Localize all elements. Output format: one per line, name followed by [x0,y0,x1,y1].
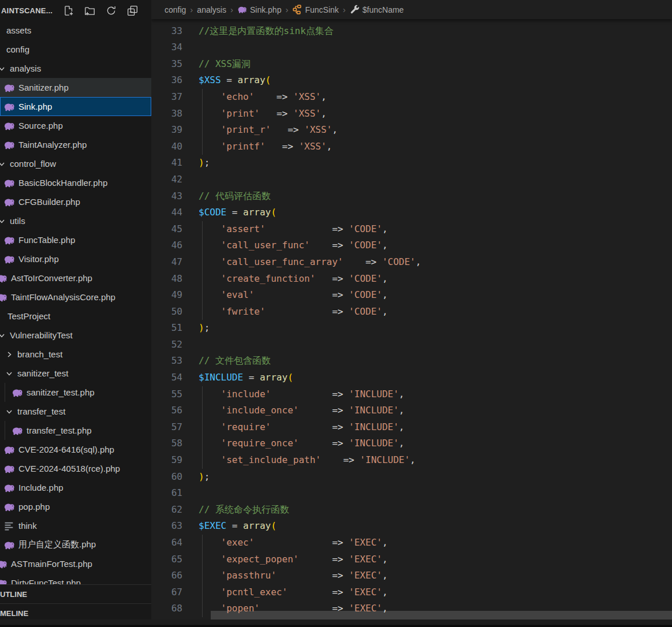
tree-item-folder[interactable]: transfer_test [0,402,151,421]
php-elephant-icon [237,5,247,14]
tree-item-folder[interactable]: config [0,40,151,59]
code-line[interactable]: 61 [151,485,672,502]
code-line[interactable]: 55 'include' => 'INCLUDE', [151,386,672,403]
new-folder-icon[interactable] [83,3,96,17]
outline-section-header[interactable]: UTLINE [0,584,151,603]
tree-item-file[interactable]: FuncTable.php [0,230,151,249]
code-line[interactable]: 52 [151,337,672,353]
tree-item-file[interactable]: 用户自定义函数.php [0,535,151,554]
code-line[interactable]: 57 'require' => 'INCLUDE', [151,419,672,436]
code-line[interactable]: 58 'require_once' => 'INCLUDE', [151,435,672,452]
tree-item-label: TestProject [8,311,50,321]
code-line[interactable]: 53// 文件包含函数 [151,353,672,370]
code-line[interactable]: 47 'call_user_func_array' => 'CODE', [151,254,672,271]
tree-item-folder[interactable]: utils [0,211,151,230]
tree-item-file[interactable]: transfer_test.php [0,421,151,440]
code-text: ); [182,320,210,337]
tree-item-file[interactable]: think [0,516,151,535]
code-line[interactable]: 34 [151,39,672,56]
tree-item-folder[interactable]: VulnerabilityTest [0,326,151,345]
breadcrumb-item[interactable]: config [165,5,186,14]
code-line[interactable]: 38 'print' => 'XSS', [151,106,672,122]
tree-item-file[interactable]: DirtyFuncTest.php [0,573,151,584]
line-number: 36 [151,72,182,89]
code-line[interactable]: 42 [151,171,672,188]
code-line[interactable]: 60); [151,469,672,486]
code-line[interactable]: 41); [151,155,672,171]
tree-item-file[interactable]: Sink.php [0,97,151,116]
code-line[interactable]: 49 'eval' => 'CODE', [151,287,672,304]
tree-item-file[interactable]: TaintFlowAnalysisCore.php [0,288,151,307]
code-line[interactable]: 37 'echo' => 'XSS', [151,89,672,106]
breadcrumb-item[interactable]: analysis [197,5,226,14]
code-line[interactable]: 56 'include_once' => 'INCLUDE', [151,402,672,419]
breadcrumb-item[interactable]: FuncSink [292,5,338,14]
tree-item-file[interactable]: Visitor.php [0,249,151,268]
breadcrumb-item[interactable]: Sink.php [237,5,281,14]
tree-item-file[interactable]: AstToIrConverter.php [0,268,151,288]
explorer-actions [61,3,139,17]
tree-item-file[interactable]: Source.php [0,116,151,135]
code-text: 'include_once' => 'INCLUDE', [182,402,404,419]
tree-item-folder[interactable]: sanitizer_test [0,364,151,383]
code-line[interactable]: 51); [151,320,672,337]
tree-item-file[interactable]: TaintAnalyzer.php [0,135,151,154]
code-text: 'set_include_path' => 'INCLUDE', [182,452,416,469]
code-line[interactable]: 36$XSS = array( [151,72,672,89]
code-line[interactable]: 66 'passthru' => 'EXEC', [151,568,672,584]
code-line[interactable]: 64 'exec' => 'EXEC', [151,535,672,551]
code-line[interactable]: 50 'fwrite' => 'CODE', [151,304,672,320]
tree-item-file[interactable]: sanitizer_test.php [0,383,151,402]
code-line[interactable]: 62// 系统命令执行函数 [151,502,672,518]
tree-item-file[interactable]: Include.php [0,478,151,497]
tree-item-file[interactable]: Sanitizer.php [0,78,151,97]
tree-item-folder[interactable]: control_flow [0,154,151,173]
breadcrumb-separator: › [230,5,233,14]
code-line[interactable]: 48 'create_function' => 'CODE', [151,271,672,288]
code-text: // 系统命令执行函数 [182,502,289,518]
code-line[interactable]: 44$CODE = array( [151,204,672,221]
new-file-icon[interactable] [61,3,75,17]
tree-item-label: assets [6,25,31,35]
line-number: 50 [151,304,182,320]
code-line[interactable]: 65 'expect_popen' => 'EXEC', [151,551,672,568]
code-line[interactable]: 46 'call_user_func' => 'CODE', [151,237,672,254]
tree-item-file[interactable]: ASTmainForTest.php [0,554,151,573]
tree-item-file[interactable]: pop.php [0,497,151,516]
timeline-section-header[interactable]: MELINE [0,603,151,619]
code-line[interactable]: 33//这里是内置函数的sink点集合 [151,23,672,40]
code-line[interactable]: 39 'print_r' => 'XSS', [151,122,672,139]
php-elephant-icon [0,273,8,284]
tree-item-folder[interactable]: assets [0,21,151,40]
tree-item-file[interactable]: CVE-2024-6416(sql).php [0,440,151,459]
tree-item-folder[interactable]: analysis [0,59,151,78]
line-number: 55 [151,386,182,403]
code-text: 'require_once' => 'INCLUDE', [182,435,404,452]
code-line[interactable]: 43// 代码评估函数 [151,188,672,205]
code-line[interactable]: 63$EXEC = array( [151,518,672,535]
tree-item-folder[interactable]: branch_test [0,345,151,364]
code-line[interactable]: 45 'assert' => 'CODE', [151,221,672,238]
tree-item-file[interactable]: BasicBlockHandler.php [0,173,151,192]
tree-item-file[interactable]: CFGBuilder.php [0,192,151,211]
tree-item-folder[interactable]: TestProject [0,307,151,326]
code-text: 'pcntl_exec' => 'EXEC', [182,584,388,601]
explorer-section-header[interactable]: AINTSCANE... [0,0,151,21]
code-line[interactable]: 35// XSS漏洞 [151,56,672,73]
line-number: 43 [151,188,182,205]
breadcrumb-item[interactable]: $funcName [350,5,404,14]
code-line[interactable]: 68 'popen' => 'EXEC', [151,600,672,617]
code-text: 'expect_popen' => 'EXEC', [182,551,388,568]
code-line[interactable]: 67 'pcntl_exec' => 'EXEC', [151,584,672,601]
code-editor[interactable]: 3233//这里是内置函数的sink点集合3435// XSS漏洞36$XSS … [151,0,672,619]
tree-item-label: Sink.php [18,102,52,111]
line-number: 37 [151,89,182,106]
line-number: 68 [151,600,182,617]
tree-item-file[interactable]: CVE-2024-40518(rce).php [0,459,151,478]
code-text [182,485,199,502]
collapse-folders-icon[interactable] [125,3,139,17]
code-line[interactable]: 59 'set_include_path' => 'INCLUDE', [151,452,672,469]
refresh-icon[interactable] [104,3,118,17]
code-line[interactable]: 40 'printf' => 'XSS', [151,139,672,155]
code-line[interactable]: 54$INCLUDE = array( [151,370,672,386]
